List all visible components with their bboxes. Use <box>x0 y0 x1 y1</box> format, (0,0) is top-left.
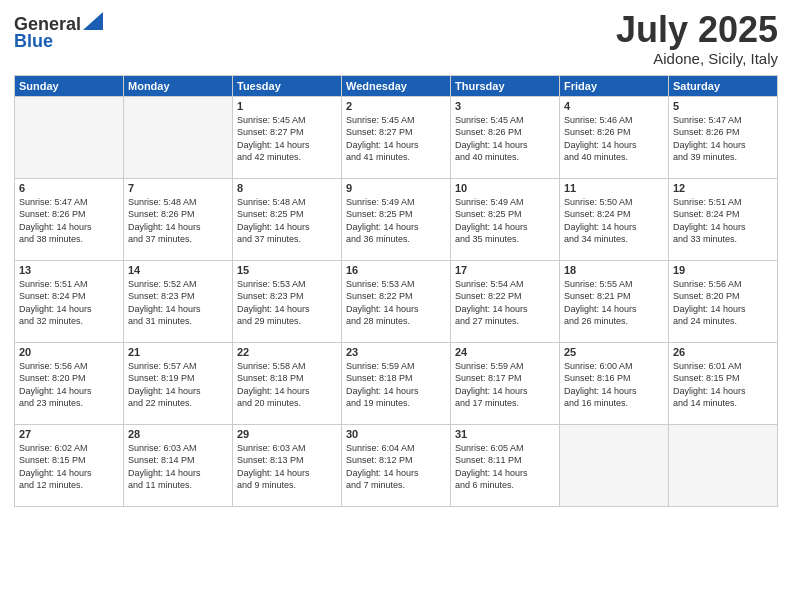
day-number: 3 <box>455 100 555 112</box>
day-detail: Sunrise: 5:55 AM Sunset: 8:21 PM Dayligh… <box>564 278 664 328</box>
day-number: 26 <box>673 346 773 358</box>
weekday-header: Sunday <box>15 75 124 96</box>
weekday-header: Wednesday <box>342 75 451 96</box>
logo-icon <box>83 12 103 30</box>
day-number: 29 <box>237 428 337 440</box>
day-number: 14 <box>128 264 228 276</box>
day-detail: Sunrise: 5:56 AM Sunset: 8:20 PM Dayligh… <box>19 360 119 410</box>
day-detail: Sunrise: 5:45 AM Sunset: 8:26 PM Dayligh… <box>455 114 555 164</box>
calendar-cell: 7Sunrise: 5:48 AM Sunset: 8:26 PM Daylig… <box>124 178 233 260</box>
day-detail: Sunrise: 6:05 AM Sunset: 8:11 PM Dayligh… <box>455 442 555 492</box>
calendar-cell: 27Sunrise: 6:02 AM Sunset: 8:15 PM Dayli… <box>15 424 124 506</box>
day-detail: Sunrise: 5:51 AM Sunset: 8:24 PM Dayligh… <box>19 278 119 328</box>
day-number: 17 <box>455 264 555 276</box>
calendar-cell <box>124 96 233 178</box>
weekday-header: Saturday <box>669 75 778 96</box>
day-number: 2 <box>346 100 446 112</box>
calendar-cell: 30Sunrise: 6:04 AM Sunset: 8:12 PM Dayli… <box>342 424 451 506</box>
calendar-cell: 21Sunrise: 5:57 AM Sunset: 8:19 PM Dayli… <box>124 342 233 424</box>
day-number: 27 <box>19 428 119 440</box>
day-detail: Sunrise: 6:01 AM Sunset: 8:15 PM Dayligh… <box>673 360 773 410</box>
logo: General Blue <box>14 14 103 52</box>
day-detail: Sunrise: 5:45 AM Sunset: 8:27 PM Dayligh… <box>346 114 446 164</box>
calendar-cell: 14Sunrise: 5:52 AM Sunset: 8:23 PM Dayli… <box>124 260 233 342</box>
day-detail: Sunrise: 5:49 AM Sunset: 8:25 PM Dayligh… <box>346 196 446 246</box>
calendar-cell: 2Sunrise: 5:45 AM Sunset: 8:27 PM Daylig… <box>342 96 451 178</box>
weekday-header: Thursday <box>451 75 560 96</box>
day-detail: Sunrise: 5:52 AM Sunset: 8:23 PM Dayligh… <box>128 278 228 328</box>
day-number: 25 <box>564 346 664 358</box>
day-number: 7 <box>128 182 228 194</box>
day-detail: Sunrise: 5:57 AM Sunset: 8:19 PM Dayligh… <box>128 360 228 410</box>
day-number: 19 <box>673 264 773 276</box>
calendar-cell: 3Sunrise: 5:45 AM Sunset: 8:26 PM Daylig… <box>451 96 560 178</box>
day-number: 24 <box>455 346 555 358</box>
day-detail: Sunrise: 6:04 AM Sunset: 8:12 PM Dayligh… <box>346 442 446 492</box>
day-detail: Sunrise: 5:48 AM Sunset: 8:25 PM Dayligh… <box>237 196 337 246</box>
header: General Blue July 2025 Aidone, Sicily, I… <box>14 10 778 67</box>
day-detail: Sunrise: 6:03 AM Sunset: 8:14 PM Dayligh… <box>128 442 228 492</box>
month-title: July 2025 <box>616 10 778 50</box>
day-detail: Sunrise: 5:48 AM Sunset: 8:26 PM Dayligh… <box>128 196 228 246</box>
calendar-cell: 1Sunrise: 5:45 AM Sunset: 8:27 PM Daylig… <box>233 96 342 178</box>
calendar-cell <box>560 424 669 506</box>
day-number: 12 <box>673 182 773 194</box>
day-number: 21 <box>128 346 228 358</box>
calendar-cell <box>669 424 778 506</box>
day-number: 6 <box>19 182 119 194</box>
day-number: 9 <box>346 182 446 194</box>
day-detail: Sunrise: 5:53 AM Sunset: 8:22 PM Dayligh… <box>346 278 446 328</box>
weekday-header: Friday <box>560 75 669 96</box>
calendar-cell: 24Sunrise: 5:59 AM Sunset: 8:17 PM Dayli… <box>451 342 560 424</box>
calendar-cell: 6Sunrise: 5:47 AM Sunset: 8:26 PM Daylig… <box>15 178 124 260</box>
weekday-header: Tuesday <box>233 75 342 96</box>
title-block: July 2025 Aidone, Sicily, Italy <box>616 10 778 67</box>
day-number: 5 <box>673 100 773 112</box>
calendar-table: SundayMondayTuesdayWednesdayThursdayFrid… <box>14 75 778 507</box>
calendar-cell: 18Sunrise: 5:55 AM Sunset: 8:21 PM Dayli… <box>560 260 669 342</box>
calendar-cell: 22Sunrise: 5:58 AM Sunset: 8:18 PM Dayli… <box>233 342 342 424</box>
page: General Blue July 2025 Aidone, Sicily, I… <box>0 0 792 612</box>
day-detail: Sunrise: 5:46 AM Sunset: 8:26 PM Dayligh… <box>564 114 664 164</box>
day-number: 1 <box>237 100 337 112</box>
day-number: 8 <box>237 182 337 194</box>
calendar-cell: 20Sunrise: 5:56 AM Sunset: 8:20 PM Dayli… <box>15 342 124 424</box>
day-number: 28 <box>128 428 228 440</box>
day-detail: Sunrise: 5:59 AM Sunset: 8:18 PM Dayligh… <box>346 360 446 410</box>
day-number: 31 <box>455 428 555 440</box>
calendar-cell: 19Sunrise: 5:56 AM Sunset: 8:20 PM Dayli… <box>669 260 778 342</box>
calendar-cell: 25Sunrise: 6:00 AM Sunset: 8:16 PM Dayli… <box>560 342 669 424</box>
calendar-cell: 12Sunrise: 5:51 AM Sunset: 8:24 PM Dayli… <box>669 178 778 260</box>
day-detail: Sunrise: 5:47 AM Sunset: 8:26 PM Dayligh… <box>19 196 119 246</box>
day-detail: Sunrise: 5:47 AM Sunset: 8:26 PM Dayligh… <box>673 114 773 164</box>
day-detail: Sunrise: 5:58 AM Sunset: 8:18 PM Dayligh… <box>237 360 337 410</box>
calendar-cell: 5Sunrise: 5:47 AM Sunset: 8:26 PM Daylig… <box>669 96 778 178</box>
day-number: 11 <box>564 182 664 194</box>
day-detail: Sunrise: 5:56 AM Sunset: 8:20 PM Dayligh… <box>673 278 773 328</box>
day-number: 15 <box>237 264 337 276</box>
calendar-cell: 28Sunrise: 6:03 AM Sunset: 8:14 PM Dayli… <box>124 424 233 506</box>
calendar-cell: 8Sunrise: 5:48 AM Sunset: 8:25 PM Daylig… <box>233 178 342 260</box>
day-number: 10 <box>455 182 555 194</box>
day-detail: Sunrise: 5:50 AM Sunset: 8:24 PM Dayligh… <box>564 196 664 246</box>
calendar-cell: 13Sunrise: 5:51 AM Sunset: 8:24 PM Dayli… <box>15 260 124 342</box>
calendar-cell: 10Sunrise: 5:49 AM Sunset: 8:25 PM Dayli… <box>451 178 560 260</box>
day-detail: Sunrise: 6:00 AM Sunset: 8:16 PM Dayligh… <box>564 360 664 410</box>
calendar-cell: 16Sunrise: 5:53 AM Sunset: 8:22 PM Dayli… <box>342 260 451 342</box>
svg-marker-0 <box>83 12 103 30</box>
location: Aidone, Sicily, Italy <box>616 50 778 67</box>
day-number: 13 <box>19 264 119 276</box>
calendar-cell: 29Sunrise: 6:03 AM Sunset: 8:13 PM Dayli… <box>233 424 342 506</box>
day-number: 16 <box>346 264 446 276</box>
day-number: 23 <box>346 346 446 358</box>
day-detail: Sunrise: 5:51 AM Sunset: 8:24 PM Dayligh… <box>673 196 773 246</box>
calendar-cell: 23Sunrise: 5:59 AM Sunset: 8:18 PM Dayli… <box>342 342 451 424</box>
calendar-cell <box>15 96 124 178</box>
day-detail: Sunrise: 5:45 AM Sunset: 8:27 PM Dayligh… <box>237 114 337 164</box>
calendar-cell: 15Sunrise: 5:53 AM Sunset: 8:23 PM Dayli… <box>233 260 342 342</box>
calendar-cell: 31Sunrise: 6:05 AM Sunset: 8:11 PM Dayli… <box>451 424 560 506</box>
day-detail: Sunrise: 6:02 AM Sunset: 8:15 PM Dayligh… <box>19 442 119 492</box>
calendar-cell: 11Sunrise: 5:50 AM Sunset: 8:24 PM Dayli… <box>560 178 669 260</box>
calendar-cell: 9Sunrise: 5:49 AM Sunset: 8:25 PM Daylig… <box>342 178 451 260</box>
weekday-header: Monday <box>124 75 233 96</box>
